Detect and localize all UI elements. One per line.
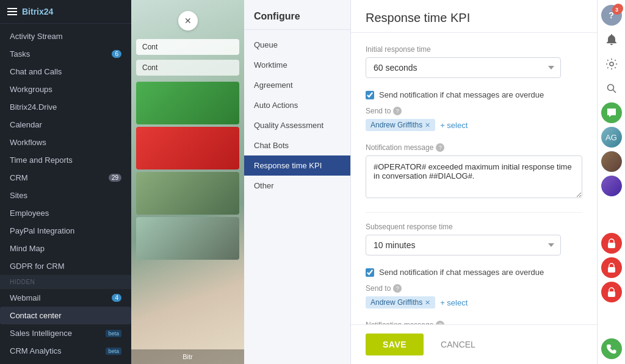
sidebar-item-time-reports[interactable]: Time and Reports [0, 151, 131, 169]
middle-block-red [136, 127, 239, 170]
sidebar-item-employees[interactable]: Employees [0, 204, 131, 222]
lock-icon-3[interactable] [601, 282, 622, 302]
sidebar-item-bitrix-drive[interactable]: Bitrix24.Drive [0, 98, 131, 116]
svg-rect-3 [608, 243, 615, 248]
sidebar-label: Workgroups [10, 85, 52, 94]
sidebar-item-crm-marketing[interactable]: CRM Marketing beta [0, 360, 131, 364]
sidebar-item-workflows[interactable]: Workflows [0, 134, 131, 151]
initial-overdue-checkbox[interactable] [366, 91, 374, 99]
configure-panel: Configure Queue Worktime Agreement Auto … [244, 0, 351, 364]
notification-bell-button[interactable] [601, 29, 622, 50]
crm-badge: 29 [109, 174, 121, 182]
configure-nav-worktime[interactable]: Worktime [244, 55, 350, 75]
main-footer: SAVE CANCEL [351, 324, 597, 364]
subsequent-send-to-section: Send to ? Andrew Griffiths ✕ + select [366, 284, 582, 309]
sidebar-item-sales-intel[interactable]: Sales Intelligence beta [0, 324, 131, 342]
subsequent-remove-recipient-icon[interactable]: ✕ [425, 299, 430, 307]
subsequent-overdue-checkbox[interactable] [366, 268, 374, 277]
sidebar-label: Chat and Calls [10, 67, 62, 76]
initial-response-select-wrapper: 30 seconds 60 seconds 2 minutes 5 minute… [366, 57, 561, 78]
configure-nav-quality[interactable]: Quality Assessment [244, 115, 350, 135]
sidebar-item-crm[interactable]: CRM 29 [0, 169, 131, 187]
sidebar-item-crm-analytics[interactable]: CRM Analytics beta [0, 342, 131, 360]
search-icon-button[interactable] [601, 78, 622, 99]
tasks-badge: 6 [112, 50, 121, 58]
initial-send-to-label: Send to ? [366, 107, 582, 115]
phone-icon-button[interactable] [601, 338, 622, 359]
configure-title: Configure [244, 0, 350, 30]
subsequent-response-select[interactable]: 1 minute 2 minutes 5 minutes 10 minutes … [366, 235, 561, 255]
configure-nav-agreement[interactable]: Agreement [244, 75, 350, 95]
sidebar-label: Employees [10, 209, 49, 218]
sidebar-item-calendar[interactable]: Calendar [0, 116, 131, 134]
sidebar-label: Workflows [10, 138, 46, 147]
chat-icon-button[interactable] [601, 102, 622, 123]
sidebar-label: Sites [10, 191, 27, 200]
sidebar-item-chat-calls[interactable]: Chat and Calls [0, 63, 131, 80]
middle-tab[interactable]: Cont [136, 39, 239, 55]
initial-notification-textarea[interactable]: #OPERATOR# exceeded maximum initial resp… [366, 155, 582, 198]
initial-select-link[interactable]: + select [440, 121, 468, 130]
sidebar-item-paypal[interactable]: PayPal Integration [0, 222, 131, 240]
svg-point-1 [607, 85, 613, 91]
subsequent-send-to-row: Andrew Griffiths ✕ + select [366, 296, 582, 309]
save-button[interactable]: SAVE [366, 334, 424, 355]
configure-nav-response-kpi[interactable]: Response time KPI [244, 155, 350, 176]
sidebar-item-workgroups[interactable]: Workgroups [0, 80, 131, 98]
subsequent-send-to-help-icon[interactable]: ? [393, 284, 402, 293]
svg-line-2 [613, 90, 616, 93]
sidebar-label: Bitrix24.Drive [10, 102, 57, 112]
subsequent-send-to-label: Send to ? [366, 284, 582, 293]
cancel-button[interactable]: CANCEL [431, 334, 485, 355]
middle-block-green [136, 82, 239, 124]
avatar-image-2 [601, 151, 622, 172]
settings-icon-button[interactable] [601, 54, 622, 74]
left-sidebar: Bitrix24 Activity Stream Tasks 6 Chat an… [0, 0, 131, 364]
subsequent-select-link[interactable]: + select [440, 298, 468, 307]
initial-response-select[interactable]: 30 seconds 60 seconds 2 minutes 5 minute… [366, 57, 561, 78]
svg-point-0 [610, 62, 613, 66]
subsequent-recipient-tag: Andrew Griffiths ✕ [366, 296, 435, 309]
webmail-badge: 4 [112, 294, 121, 302]
hamburger-menu[interactable] [7, 6, 17, 17]
lock-icon-1[interactable] [601, 233, 622, 254]
sidebar-item-webmail[interactable]: Webmail 4 [0, 289, 131, 307]
lock-icon-2[interactable] [601, 257, 622, 278]
page-title: Response time KPI [366, 11, 582, 25]
send-to-help-icon[interactable]: ? [393, 107, 402, 115]
sidebar-item-gdpr[interactable]: GDPR for CRM [0, 257, 131, 275]
subsequent-checkbox-label: Send notification if chat messages are o… [379, 268, 544, 277]
logo-number: 24 [44, 7, 54, 16]
initial-recipient-tag: Andrew Griffiths ✕ [366, 119, 435, 131]
configure-nav-queue[interactable]: Queue [244, 35, 350, 55]
sidebar-label: CRM Analytics [10, 346, 62, 355]
sidebar-label: GDPR for CRM [10, 262, 65, 271]
initial-notification-label: Notification message ? [366, 143, 582, 152]
middle-block-photo [136, 172, 239, 215]
sidebar-label: Tasks [10, 49, 30, 59]
form-divider [366, 212, 582, 213]
sidebar-item-sites[interactable]: Sites [0, 187, 131, 204]
notification-help-icon[interactable]: ? [436, 143, 444, 152]
user-avatar-3[interactable] [601, 176, 622, 196]
sidebar-item-contact-center[interactable]: Contact center [0, 307, 131, 324]
configure-nav-other[interactable]: Other [244, 176, 350, 196]
sidebar-item-tasks[interactable]: Tasks 6 [0, 45, 131, 63]
help-icon-button[interactable]: ?3 [601, 5, 622, 26]
sidebar-label: Contact center [10, 311, 62, 320]
sidebar-item-activity-stream[interactable]: Activity Stream [0, 27, 131, 45]
beta-badge: beta [106, 348, 121, 355]
configure-nav-chat-bots[interactable]: Chat Bots [244, 135, 350, 155]
sidebar-nav: Activity Stream Tasks 6 Chat and Calls W… [0, 24, 131, 364]
sidebar-label: Calendar [10, 120, 42, 129]
right-icon-bar: ?3 AG [597, 0, 625, 364]
sidebar-label: Webmail [10, 293, 40, 302]
user-avatar-2[interactable] [601, 151, 622, 172]
sidebar-label: Mind Map [10, 244, 45, 253]
user-avatar-1[interactable]: AG [601, 127, 622, 148]
logo-text: Bitrix [22, 7, 44, 16]
sidebar-item-mind-map[interactable]: Mind Map [0, 240, 131, 257]
remove-recipient-icon[interactable]: ✕ [425, 121, 430, 129]
configure-nav-auto-actions[interactable]: Auto Actions [244, 95, 350, 115]
close-panel-button[interactable]: ✕ [178, 11, 198, 30]
